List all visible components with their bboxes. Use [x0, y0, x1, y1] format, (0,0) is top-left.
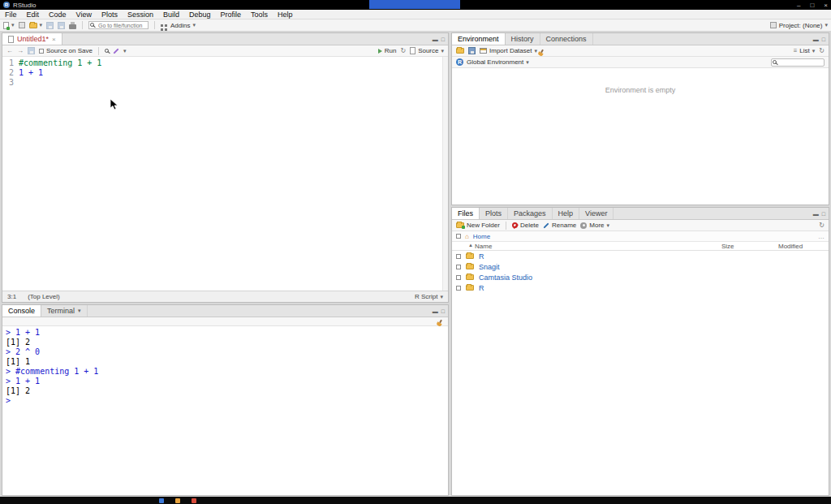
column-size[interactable]: Size [721, 243, 734, 250]
list-view-selector[interactable]: ≡ List ▾ [794, 47, 816, 54]
tab-packages[interactable]: Packages [508, 208, 553, 219]
minimize-button[interactable]: – [797, 2, 800, 9]
select-all-checkbox[interactable] [456, 234, 461, 239]
console-prompt[interactable]: > [6, 396, 445, 406]
column-modified[interactable]: Modified [778, 243, 803, 250]
project-selector[interactable]: Project: (None) ▾ [770, 22, 828, 29]
source-on-save-toggle[interactable]: Source on Save [39, 47, 93, 54]
pane-maximize-icon[interactable]: □ [822, 211, 825, 217]
pane-maximize-icon[interactable]: □ [441, 308, 445, 314]
close-tab-icon[interactable]: × [52, 36, 56, 43]
tab-files[interactable]: Files [452, 208, 480, 219]
file-row[interactable]: Camtasia Studio [452, 272, 829, 282]
goto-file-function-box[interactable] [88, 21, 149, 29]
pane-minimize-icon[interactable]: ▬ [813, 211, 819, 217]
menu-code[interactable]: Code [44, 10, 71, 19]
save-button[interactable] [46, 22, 54, 29]
menu-file[interactable]: File [0, 10, 22, 19]
new-project-button[interactable] [19, 22, 25, 28]
file-row[interactable]: Snagit [452, 261, 829, 272]
new-file-button[interactable]: ▾ [3, 22, 15, 29]
scope-indicator[interactable]: (Top Level) [28, 293, 60, 300]
file-name-link[interactable]: Snagit [479, 263, 500, 271]
print-button[interactable] [69, 22, 76, 29]
refresh-icon[interactable]: ↻ [819, 222, 825, 229]
console-output[interactable]: > 1 + 1 [1] 2 > 2 ^ 0 [1] 1 > #commentin… [2, 326, 448, 495]
tab-terminal[interactable]: Terminal ▾ [41, 305, 88, 317]
file-name-link[interactable]: R [479, 252, 484, 261]
file-row[interactable]: R [452, 282, 829, 293]
row-checkbox[interactable] [456, 286, 461, 291]
file-name-link[interactable]: Camtasia Studio [479, 274, 532, 282]
taskbar-app-icon[interactable] [192, 498, 196, 503]
tab-untitled1[interactable]: Untitled1* × [2, 33, 62, 45]
refresh-icon[interactable]: ↻ [819, 47, 825, 54]
run-button[interactable]: Run [378, 47, 397, 54]
code-tools-icon[interactable] [113, 48, 118, 54]
code-editor[interactable]: 1 #commenting 1 + 1 2 1 + 1 3 [2, 57, 448, 291]
rename-button[interactable]: Rename [543, 222, 576, 229]
find-replace-icon[interactable] [105, 49, 109, 53]
menu-edit[interactable]: Edit [22, 10, 45, 19]
menu-session[interactable]: Session [123, 10, 158, 19]
menu-plots[interactable]: Plots [97, 10, 123, 19]
more-button[interactable]: More ▾ [580, 222, 609, 229]
clear-console-icon[interactable] [439, 320, 442, 323]
tab-viewer[interactable]: Viewer [579, 208, 614, 219]
menu-tools[interactable]: Tools [246, 10, 273, 19]
source-button[interactable]: Source ▾ [410, 47, 444, 54]
environment-search-input[interactable] [771, 58, 825, 67]
environment-search-box[interactable] [771, 58, 825, 67]
import-dataset-button[interactable]: Import Dataset ▾ [480, 47, 537, 54]
delete-button[interactable]: Delete [512, 222, 539, 229]
forward-icon[interactable]: → [17, 47, 24, 54]
menu-help[interactable]: Help [273, 10, 298, 19]
tab-history[interactable]: History [506, 33, 540, 45]
file-name-link[interactable]: R [479, 284, 484, 292]
breadcrumb-home[interactable]: Home [473, 233, 490, 240]
save-icon[interactable] [28, 47, 35, 54]
addins-dropdown[interactable]: Addins ▾ [161, 22, 196, 29]
file-type-selector[interactable]: R Script ▾ [415, 293, 443, 300]
rerun-icon[interactable]: ↻ [400, 47, 406, 54]
menu-profile[interactable]: Profile [216, 10, 247, 19]
maximize-button[interactable]: □ [810, 2, 814, 9]
row-checkbox[interactable] [456, 265, 461, 269]
pane-minimize-icon[interactable]: ▬ [433, 37, 438, 42]
pane-maximize-icon[interactable]: □ [441, 37, 445, 42]
menu-debug[interactable]: Debug [184, 10, 216, 19]
sort-asc-icon[interactable]: ▲ [468, 243, 473, 248]
save-workspace-icon[interactable] [468, 47, 476, 54]
clear-environment-icon[interactable] [540, 49, 544, 52]
load-workspace-icon[interactable] [456, 48, 464, 54]
code-text: 1 + 1 [19, 68, 43, 78]
search-icon [773, 60, 777, 64]
file-row[interactable]: R [452, 251, 829, 261]
save-all-button[interactable] [58, 22, 65, 29]
source-on-save-checkbox[interactable] [39, 49, 44, 54]
tab-console[interactable]: Console [2, 305, 41, 317]
pane-minimize-icon[interactable]: ▬ [433, 308, 438, 314]
tab-plots[interactable]: Plots [480, 208, 508, 219]
close-button[interactable]: × [824, 2, 828, 9]
column-name[interactable]: Name [475, 243, 492, 250]
row-checkbox[interactable] [456, 275, 461, 280]
menu-view[interactable]: View [71, 10, 97, 19]
goto-file-function-input[interactable] [88, 21, 149, 29]
path-more-button[interactable]: … [818, 233, 825, 240]
addins-label: Addins [170, 22, 190, 29]
pane-minimize-icon[interactable]: ▬ [813, 37, 819, 42]
environment-scope-selector[interactable]: Global Environment ▾ [467, 58, 529, 66]
editor-scrollbar[interactable] [442, 57, 448, 291]
menu-build[interactable]: Build [158, 10, 184, 19]
row-checkbox[interactable] [456, 254, 461, 259]
taskbar-app-icon[interactable] [159, 498, 164, 503]
tab-environment[interactable]: Environment [452, 33, 506, 45]
tab-connections[interactable]: Connections [540, 33, 593, 45]
taskbar-app-icon[interactable] [175, 498, 180, 503]
tab-help[interactable]: Help [553, 208, 580, 219]
back-icon[interactable]: ← [6, 47, 13, 54]
new-folder-button[interactable]: New Folder [456, 222, 500, 229]
open-file-button[interactable]: ▾ [29, 22, 43, 28]
pane-maximize-icon[interactable]: □ [822, 37, 825, 42]
